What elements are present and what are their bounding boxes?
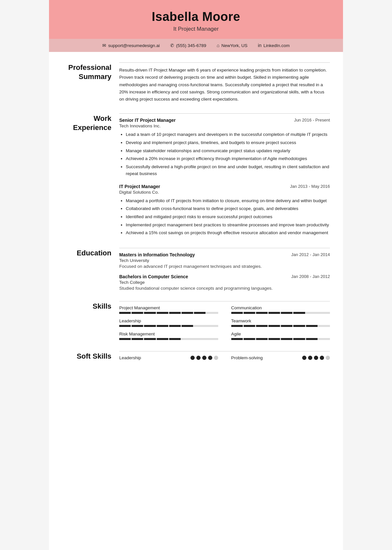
- dot: [196, 356, 201, 360]
- list-item: Collaborated with cross-functional teams…: [126, 205, 330, 212]
- education-body: Masters in Information Technology Jan 20…: [119, 248, 330, 291]
- header-contact: ✉ support@resumedesign.ai ✆ (555) 345-67…: [49, 39, 343, 52]
- header-top: Isabella Moore It Project Manager: [49, 0, 343, 39]
- edu-2-desc: Studied foundational computer science co…: [119, 286, 330, 291]
- job-2-title: IT Project Manager: [119, 184, 160, 189]
- candidate-name: Isabella Moore: [62, 10, 330, 24]
- soft-skill-leadership: Leadership: [119, 355, 218, 360]
- work-body: Senior IT Project Manager Tech Innovatio…: [119, 113, 330, 237]
- phone-icon: ✆: [170, 43, 174, 48]
- skills-grid: Project Management C: [119, 305, 330, 341]
- contact-linkedin: in LinkedIn.com: [258, 43, 290, 48]
- edu-1-date: Jan 2012 - Jan 2014: [291, 252, 330, 257]
- dot: [314, 356, 318, 360]
- dot: [202, 356, 206, 360]
- list-item: Managed a portfolio of IT projects from …: [126, 197, 330, 204]
- skill-communication: Communication: [231, 305, 330, 314]
- edu-1-degree: Masters in Information Technology: [119, 252, 195, 257]
- linkedin-icon: in: [258, 43, 262, 48]
- list-item: Develop and implement project plans, tim…: [126, 139, 330, 146]
- job-1-date: Jun 2016 - Present: [294, 118, 330, 122]
- list-item: Successfully delivered a high-profile pr…: [126, 163, 330, 177]
- work-section: WorkExperience Senior IT Project Manager…: [62, 113, 330, 237]
- summary-section: ProfessionalSummary Results-driven IT Pr…: [62, 62, 330, 103]
- job-1-bullets: Lead a team of 10 project managers and d…: [119, 131, 330, 177]
- soft-skills-label: Soft Skills: [62, 351, 119, 361]
- job-1-header: Senior IT Project Manager Tech Innovatio…: [119, 118, 330, 128]
- email-icon: ✉: [102, 43, 106, 48]
- job-2-bullets: Managed a portfolio of IT projects from …: [119, 197, 330, 236]
- soft-skills-body: Leadership Problem-solving: [119, 351, 330, 361]
- dot: [308, 356, 312, 360]
- skill-agile: Agile: [231, 332, 330, 340]
- contact-phone: ✆ (555) 345-6789: [170, 43, 206, 48]
- contact-location: ⌂ NewYork, US: [217, 43, 247, 48]
- list-item: Identified and mitigated project risks t…: [126, 213, 330, 220]
- skills-section: Skills Project Management: [62, 301, 330, 341]
- job-2-company: Digital Solutions Co.: [119, 190, 160, 195]
- edu-1: Masters in Information Technology Jan 20…: [119, 252, 330, 269]
- skill-risk-management: Risk Management: [119, 332, 218, 340]
- soft-skill-problem-solving: Problem-solving: [231, 355, 330, 360]
- edu-2-school: Tech College: [119, 280, 330, 285]
- list-item: Achieved a 20% increase in project effic…: [126, 155, 330, 162]
- dot: [326, 356, 330, 360]
- job-2-header: IT Project Manager Digital Solutions Co.…: [119, 184, 330, 195]
- summary-label: ProfessionalSummary: [62, 62, 119, 103]
- summary-body: Results-driven IT Project Manager with 6…: [119, 62, 330, 103]
- dot: [320, 356, 324, 360]
- candidate-title: It Project Manager: [62, 26, 330, 32]
- skills-body: Project Management C: [119, 301, 330, 341]
- summary-text: Results-driven IT Project Manager with 6…: [119, 67, 330, 103]
- location-icon: ⌂: [217, 43, 219, 48]
- edu-1-school: Tech University: [119, 258, 330, 263]
- edu-1-desc: Focused on advanced IT project managemen…: [119, 264, 330, 269]
- edu-2-date: Jan 2008 - Jan 2012: [291, 274, 330, 279]
- soft-skills-section: Soft Skills Leadership: [62, 351, 330, 361]
- job-2-date: Jan 2013 - May 2016: [290, 184, 330, 189]
- edu-2: Bachelors in Computer Science Jan 2008 -…: [119, 274, 330, 291]
- list-item: Manage stakeholder relationships and com…: [126, 147, 330, 154]
- soft-skills-grid: Leadership Problem-solving: [119, 355, 330, 360]
- education-section: Education Masters in Information Technol…: [62, 248, 330, 291]
- education-label: Education: [62, 248, 119, 291]
- work-label: WorkExperience: [62, 113, 119, 237]
- dot: [190, 356, 195, 360]
- dot: [208, 356, 212, 360]
- job-1-company: Tech Innovations Inc.: [119, 123, 176, 128]
- list-item: Achieved a 15% cost savings on projects …: [126, 229, 330, 236]
- dot: [302, 356, 306, 360]
- job-1-title: Senior IT Project Manager: [119, 118, 176, 123]
- list-item: Lead a team of 10 project managers and d…: [126, 131, 330, 138]
- list-item: Implemented project management best prac…: [126, 221, 330, 229]
- skill-leadership: Leadership: [119, 318, 218, 327]
- dot: [214, 356, 218, 360]
- skill-project-management: Project Management: [119, 305, 218, 314]
- skill-teamwork: Teamwork: [231, 318, 330, 327]
- skills-label: Skills: [62, 301, 119, 341]
- edu-2-degree: Bachelors in Computer Science: [119, 274, 188, 279]
- contact-email: ✉ support@resumedesign.ai: [102, 43, 160, 48]
